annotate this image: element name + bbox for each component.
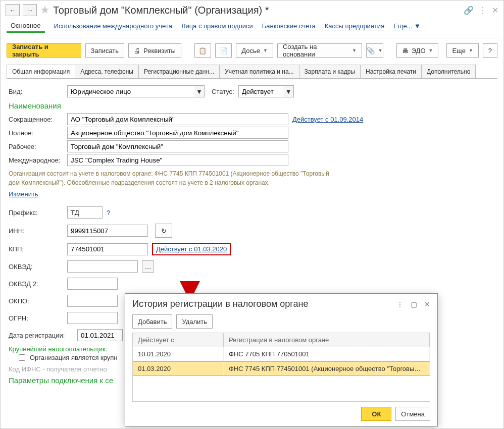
reg-date-label: Дата регистрации: <box>9 332 73 339</box>
change-link[interactable]: Изменить <box>9 190 38 198</box>
inn-label: ИНН: <box>9 227 63 235</box>
type-input[interactable] <box>67 85 194 97</box>
big-taxpayer-checkbox[interactable] <box>19 354 25 361</box>
attach-icon: 📎 <box>367 47 375 55</box>
big-taxpayer-label: Организация является крупн <box>30 354 118 361</box>
edo-icon: 🖶 <box>402 47 409 55</box>
popup-add-button[interactable]: Добавить <box>132 314 172 329</box>
kpp-input[interactable] <box>67 243 148 255</box>
attach-button[interactable]: 📎▼ <box>366 43 383 58</box>
popup-table: Действует с Регистрация в налоговом орга… <box>132 333 430 402</box>
copy-icon: 📋 <box>198 47 207 55</box>
table-row[interactable]: 01.03.2020 ФНС 7745 КПП 774501001 (Акцио… <box>133 361 430 376</box>
tax-info-text: Организация состоит на учете в налоговом… <box>9 169 332 187</box>
print-icon: 🖨 <box>134 47 140 55</box>
nav-back-button[interactable]: ← <box>6 4 20 16</box>
help-button[interactable]: ? <box>483 43 497 58</box>
popup-cancel-button[interactable]: Отмена <box>395 407 430 421</box>
history-popup: История регистрации в налоговом органе ⋮… <box>125 293 438 426</box>
okved-label: ОКВЭД: <box>9 263 63 271</box>
popup-title: История регистрации в налоговом органе <box>132 299 308 309</box>
nav-main-tab[interactable]: Основное <box>7 20 45 33</box>
tab-registration[interactable]: Регистрационные данн... <box>138 65 220 78</box>
kpp-label: КПП: <box>9 245 63 253</box>
inn-refresh-button[interactable]: ↻ <box>155 224 172 238</box>
prefix-help-link[interactable]: ? <box>107 209 110 217</box>
tab-extra[interactable]: Дополнительно <box>421 65 476 78</box>
table-row[interactable]: 10.01.2020 ФНС 7705 КПП 770501001 <box>133 347 430 361</box>
okved-input[interactable] <box>67 260 138 273</box>
tab-general[interactable]: Общая информация <box>7 65 75 78</box>
names-section-title: Наименования <box>9 101 495 110</box>
save-close-button[interactable]: Записать и закрыть <box>7 43 81 58</box>
full-label: Полное: <box>9 129 63 137</box>
dossier-button[interactable]: Досье▼ <box>236 43 273 58</box>
prefix-label: Префикс: <box>9 209 63 217</box>
ogrn-input[interactable] <box>67 312 118 324</box>
close-icon[interactable]: ✕ <box>492 6 498 15</box>
tab-addresses[interactable]: Адреса, телефоны <box>75 65 139 78</box>
nav-link-intl[interactable]: Использование международного учета <box>54 22 172 30</box>
nav-link-bank[interactable]: Банковские счета <box>262 22 316 30</box>
okved2-input[interactable] <box>67 278 118 290</box>
type-label: Вид: <box>9 88 63 95</box>
kpp-valid-link-highlight: Действует с 01.03.2020 <box>152 243 231 255</box>
intl-input[interactable] <box>67 154 288 166</box>
tab-accounting[interactable]: Учетная политика и на... <box>219 65 299 78</box>
status-input[interactable] <box>238 85 284 97</box>
favorite-star-icon[interactable]: ★ <box>40 4 50 17</box>
status-label: Статус: <box>212 88 234 95</box>
reg-date-input[interactable] <box>77 329 123 341</box>
more-button[interactable]: Еще▼ <box>446 43 478 58</box>
nav-link-signatories[interactable]: Лица с правом подписи <box>181 22 253 30</box>
intl-label: Международное: <box>9 156 63 164</box>
short-valid-link[interactable]: Действует с 01.09.2014 <box>292 116 363 123</box>
okved-choose-button[interactable]: … <box>142 260 154 273</box>
short-label: Сокращенное: <box>9 116 63 123</box>
link-icon[interactable]: 🔗 <box>464 6 474 15</box>
more-vertical-icon[interactable]: ⋮ <box>479 6 487 15</box>
nav-link-cash[interactable]: Кассы предприятия <box>325 22 384 30</box>
type-dropdown-button[interactable]: ▼ <box>194 85 205 97</box>
kpp-valid-link[interactable]: Действует с 01.03.2020 <box>156 245 227 253</box>
status-dropdown-button[interactable]: ▼ <box>284 85 294 97</box>
copy-button[interactable]: 📋 <box>194 43 211 58</box>
tab-hr[interactable]: Зарплата и кадры <box>299 65 361 78</box>
short-input[interactable] <box>67 113 288 125</box>
popup-col-date[interactable]: Действует с <box>133 333 224 347</box>
popup-maximize-icon[interactable]: ▢ <box>411 300 417 308</box>
document-icon: 📄 <box>220 47 228 55</box>
okpo-input[interactable] <box>67 295 118 307</box>
work-input[interactable] <box>67 140 288 152</box>
popup-ok-button[interactable]: ОК <box>361 407 391 421</box>
popup-close-icon[interactable]: ✕ <box>424 300 430 308</box>
full-input[interactable] <box>67 127 288 139</box>
save-button[interactable]: Записать <box>85 43 125 58</box>
requisites-button[interactable]: 🖨 Реквизиты <box>128 43 181 58</box>
okved2-label: ОКВЭД 2: <box>9 280 63 288</box>
tab-print[interactable]: Настройка печати <box>360 65 422 78</box>
popup-col-reg[interactable]: Регистрация в налоговом органе <box>224 333 430 347</box>
okpo-label: ОКПО: <box>9 297 63 305</box>
refresh-icon: ↻ <box>161 227 167 235</box>
nav-forward-button[interactable]: → <box>23 4 37 16</box>
ogrn-label: ОГРН: <box>9 314 63 322</box>
popup-more-icon[interactable]: ⋮ <box>396 300 404 308</box>
prefix-input[interactable] <box>67 206 103 219</box>
window-title: Торговый дом "Комплексный" (Организация)… <box>53 5 461 16</box>
nav-link-more[interactable]: Еще... ▼ <box>393 22 421 30</box>
create-based-button[interactable]: Создать на основании▼ <box>277 43 362 58</box>
edo-button[interactable]: 🖶 ЭДО▼ <box>396 43 439 58</box>
inn-input[interactable] <box>67 225 148 237</box>
popup-delete-button[interactable]: Удалить <box>176 314 213 329</box>
work-label: Рабочее: <box>9 143 63 150</box>
document-button[interactable]: 📄 <box>215 43 232 58</box>
